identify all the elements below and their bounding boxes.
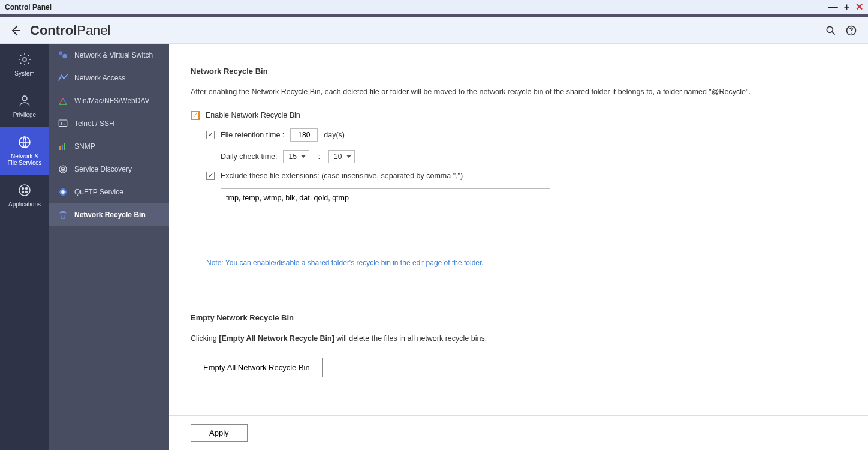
rail-item-applications[interactable]: Applications <box>0 175 49 216</box>
subnav-label: Network Recycle Bin <box>74 211 146 219</box>
rail-label: Applications <box>8 201 41 208</box>
file-retention-input[interactable] <box>290 128 318 142</box>
section-description: After enabling the Network Recycle Bin, … <box>191 86 846 98</box>
daily-check-minute-select[interactable]: 10 <box>328 150 355 163</box>
section-divider <box>191 289 846 289</box>
svg-point-19 <box>62 169 64 170</box>
subnav-label: QuFTP Service <box>74 188 123 196</box>
svg-rect-15 <box>62 145 63 150</box>
subnav-network-recycle-bin[interactable]: Network Recycle Bin <box>49 203 169 226</box>
subnav-network-virtual-switch[interactable]: Network & Virtual Switch <box>49 44 169 67</box>
enable-recycle-bin-label: Enable Network Recycle Bin <box>206 111 300 119</box>
rail-item-privilege[interactable]: Privilege <box>0 85 49 127</box>
globe-icon <box>17 135 32 149</box>
svg-point-0 <box>827 26 833 32</box>
svg-point-11 <box>59 51 62 55</box>
svg-point-9 <box>22 191 24 193</box>
svg-point-12 <box>62 54 67 59</box>
apps-icon <box>17 183 32 197</box>
svg-rect-13 <box>59 120 67 127</box>
protocols-icon <box>58 95 68 106</box>
rail-item-network-file-services[interactable]: Network & File Services <box>0 127 49 175</box>
gear-icon <box>17 52 32 67</box>
terminal-icon <box>58 118 68 129</box>
apply-button[interactable]: Apply <box>191 424 248 442</box>
retention-unit: day(s) <box>324 131 345 139</box>
left-rail: System Privilege Network & File Services… <box>0 44 49 450</box>
virtual-switch-icon <box>58 50 68 61</box>
svg-rect-16 <box>64 143 65 150</box>
subnav-label: Telnet / SSH <box>74 119 114 128</box>
radar-icon <box>58 164 68 175</box>
svg-point-7 <box>22 188 24 190</box>
exclude-extensions-label: Exclude these file extensions: (case ins… <box>221 172 463 180</box>
subnav-label: Network Access <box>74 74 125 82</box>
rail-item-system[interactable]: System <box>0 44 49 85</box>
header-bar: ControlPanel <box>0 17 868 44</box>
back-button[interactable] <box>8 23 23 38</box>
user-icon <box>17 94 32 108</box>
subnav-label: Win/Mac/NFS/WebDAV <box>74 97 150 105</box>
daily-check-label: Daily check time: <box>221 152 277 161</box>
window-maximize-button[interactable]: + <box>844 2 849 12</box>
rail-label: Privilege <box>13 112 36 118</box>
window-titlebar: Control Panel — + ✕ <box>0 0 868 14</box>
svg-rect-14 <box>59 146 61 150</box>
window-minimize-button[interactable]: — <box>828 2 838 12</box>
file-retention-label: File retention time : <box>221 131 284 139</box>
exclude-extensions-checkbox[interactable] <box>206 172 215 180</box>
footer-bar: Apply <box>169 415 868 450</box>
svg-point-2 <box>851 32 851 33</box>
subnav-win-mac-nfs-webdav[interactable]: Win/Mac/NFS/WebDAV <box>49 89 169 112</box>
file-retention-checkbox[interactable] <box>206 131 215 139</box>
subnav-quftp-service[interactable]: QuFTP Service <box>49 181 169 203</box>
subnav-network-access[interactable]: Network Access <box>49 67 169 89</box>
subnav-snmp[interactable]: SNMP <box>49 135 169 158</box>
rail-label: System <box>14 70 34 77</box>
subnav-service-discovery[interactable]: Service Discovery <box>49 158 169 181</box>
rail-label: Network & File Services <box>7 153 41 166</box>
recycle-bin-icon <box>58 209 68 220</box>
daily-check-hour-select[interactable]: 15 <box>283 150 309 163</box>
section-title-empty-recycle-bin: Empty Network Recycle Bin <box>191 313 846 322</box>
section-title-network-recycle-bin: Network Recycle Bin <box>191 67 846 76</box>
subnav-label: SNMP <box>74 142 95 151</box>
network-access-icon <box>58 73 68 83</box>
note-text: Note: You can enable/disable a shared fo… <box>206 259 846 267</box>
enable-recycle-bin-checkbox[interactable] <box>191 111 200 120</box>
subnav-label: Service Discovery <box>74 165 132 173</box>
empty-all-recycle-bin-button[interactable]: Empty All Network Recycle Bin <box>191 358 323 377</box>
time-separator: : <box>318 152 320 161</box>
sub-nav: Network & Virtual Switch Network Access … <box>49 44 169 450</box>
subnav-label: Network & Virtual Switch <box>74 51 153 59</box>
window-close-button[interactable]: ✕ <box>855 2 863 12</box>
app-title: ControlPanel <box>30 23 110 38</box>
search-button[interactable] <box>822 22 839 39</box>
shared-folders-link[interactable]: shared folder's <box>308 259 354 267</box>
exclude-extensions-textarea[interactable] <box>221 188 550 247</box>
svg-point-10 <box>26 191 28 193</box>
empty-description: Clicking [Empty All Network Recycle Bin]… <box>191 333 846 344</box>
svg-point-3 <box>23 58 26 61</box>
chart-icon <box>58 141 68 152</box>
ftp-icon <box>58 187 68 197</box>
help-button[interactable] <box>843 22 860 39</box>
svg-point-6 <box>19 185 30 196</box>
subnav-telnet-ssh[interactable]: Telnet / SSH <box>49 112 169 135</box>
svg-point-4 <box>22 96 27 101</box>
svg-point-8 <box>26 188 28 190</box>
window-title: Control Panel <box>5 3 828 11</box>
